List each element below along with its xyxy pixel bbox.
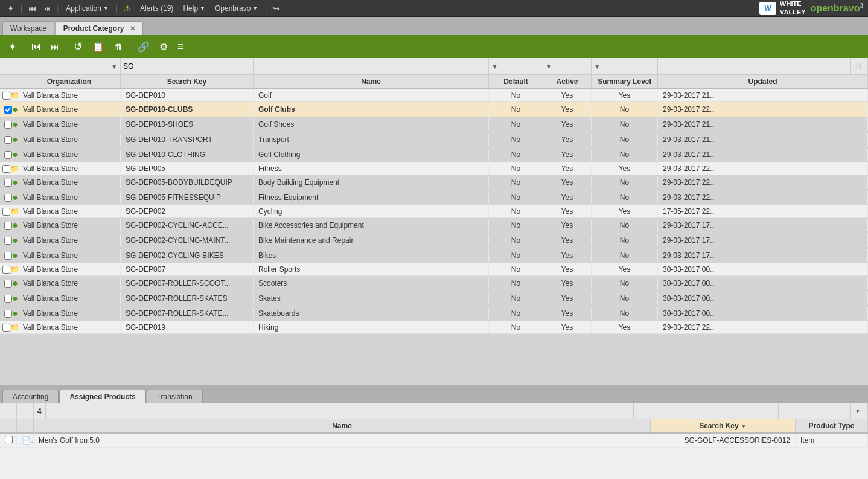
row-checkbox[interactable] <box>4 136 12 144</box>
row-checkbox[interactable] <box>4 179 12 187</box>
row-updated: 29-03-2017 22... <box>658 191 868 204</box>
row-org: Vall Blanca Store <box>18 263 121 275</box>
row-checkbox[interactable] <box>4 237 12 245</box>
star-button[interactable]: ✦ <box>5 39 20 54</box>
sort-desc-icon: ▼ <box>741 423 747 429</box>
filter-name-input[interactable] <box>256 62 486 71</box>
delete-button[interactable]: 🗑 <box>110 40 126 53</box>
expand-icon[interactable]: ▼ <box>0 208 1 215</box>
row-checkbox[interactable] <box>2 165 10 173</box>
row-checkbox[interactable] <box>4 310 12 318</box>
row-checkbox[interactable] <box>2 92 10 100</box>
settings-button[interactable]: ⚙ <box>156 39 171 54</box>
table-row[interactable]: ● Vall Blanca Store SG-DEP007-ROLLER-SCO… <box>0 276 868 291</box>
logout-icon[interactable]: ↪ <box>270 2 282 14</box>
application-menu[interactable]: Application ▼ <box>62 3 112 14</box>
sub-row-key: SG-GOLF-ACCESSORIES-0012 <box>651 434 796 446</box>
table-row[interactable]: ● Vall Blanca Store SG-DEP002-CYCLING-BI… <box>0 248 868 263</box>
filter-key-input[interactable] <box>123 62 251 71</box>
expand-icon[interactable]: ▼ <box>0 166 1 172</box>
translation-tab[interactable]: Translation <box>147 390 203 403</box>
table-row[interactable]: ▼ 📁 Vall Blanca Store SG-DEP007 Roller S… <box>0 263 868 276</box>
close-tab-icon[interactable]: ✕ <box>130 25 135 32</box>
product-category-tab[interactable]: Product Category ✕ <box>56 21 143 35</box>
gh-organization[interactable]: Organization <box>18 75 121 88</box>
row-updated: 29-03-2017 22... <box>658 103 868 115</box>
assigned-products-tab[interactable]: Assigned Products <box>59 390 145 403</box>
first-button[interactable]: ⏮ <box>28 39 45 54</box>
expand-icon[interactable]: ▼ <box>0 266 1 273</box>
gh-updated[interactable]: Updated <box>658 75 868 88</box>
row-checkbox[interactable] <box>4 121 12 129</box>
maximize-icon[interactable]: ⬜ <box>854 63 861 69</box>
alerts-menu[interactable]: Alerts (19) <box>136 3 177 14</box>
table-row[interactable]: ▼ 📁 Vall Blanca Store SG-DEP005 Fitness … <box>0 162 868 175</box>
alerts-label: Alerts (19) <box>140 4 173 13</box>
sh-product-type[interactable]: Product Type <box>796 419 868 432</box>
row-checkbox[interactable] <box>4 280 12 288</box>
row-checkbox[interactable] <box>4 151 12 159</box>
gh-name[interactable]: Name <box>254 75 489 88</box>
row-checkbox[interactable] <box>4 252 12 260</box>
gh-active[interactable]: Active <box>543 75 592 88</box>
last-button[interactable]: ⏭ <box>47 40 62 53</box>
table-row[interactable]: ● Vall Blanca Store SG-DEP002-CYCLING-AC… <box>0 218 868 233</box>
row-checkbox[interactable] <box>4 295 12 303</box>
sh-search-key[interactable]: Search Key ▼ <box>651 419 796 432</box>
expand-icon[interactable]: ▼ <box>0 324 1 331</box>
filter-org-input[interactable] <box>21 62 111 71</box>
accounting-tab[interactable]: Accounting <box>2 390 59 403</box>
folder-icon: 📁 <box>10 91 18 100</box>
filter-org-dropdown-icon[interactable]: ▼ <box>111 63 118 70</box>
row-org: Vall Blanca Store <box>18 234 121 246</box>
folder-icon: 📁 <box>10 265 18 274</box>
link-button[interactable]: 🔗 <box>134 39 153 54</box>
table-row[interactable]: ● Vall Blanca Store SG-DEP005-FITNESSEQU… <box>0 190 868 205</box>
filter-active-dropdown-icon[interactable]: ▼ <box>546 63 552 70</box>
gh-default[interactable]: Default <box>489 75 543 88</box>
last-icon[interactable]: ⏭ <box>42 4 53 13</box>
filter-summary-dropdown-icon[interactable]: ▼ <box>594 63 601 70</box>
row-checkbox[interactable] <box>2 208 10 216</box>
table-row[interactable]: ▼ 📁 Vall Blanca Store SG-DEP002 Cycling … <box>0 205 868 218</box>
table-row[interactable]: ● Vall Blanca Store SG-DEP002-CYCLING-MA… <box>0 233 868 248</box>
table-row[interactable]: ▼ 📁 Vall Blanca Store SG-DEP010 Golf No … <box>0 89 868 102</box>
workspace-tab[interactable]: Workspace <box>2 21 54 35</box>
table-row[interactable]: ● Vall Blanca Store SG-DEP007-ROLLER-SKA… <box>0 291 868 306</box>
table-row[interactable]: ● Vall Blanca Store SG-DEP007-ROLLER-SKA… <box>0 306 868 321</box>
help-menu[interactable]: Help ▼ <box>179 3 209 14</box>
sub-filter-type <box>779 403 851 419</box>
row-checkbox[interactable] <box>4 194 12 202</box>
row-checkbox[interactable] <box>4 222 12 230</box>
first-icon[interactable]: ⏮ <box>26 2 39 14</box>
menu-button[interactable]: ≡ <box>174 39 188 55</box>
sub-row-checkbox[interactable] <box>5 436 13 443</box>
row-checkbox[interactable] <box>2 266 10 274</box>
star-icon[interactable]: ✦ <box>5 2 17 14</box>
expand-icon[interactable]: ▼ <box>0 92 1 99</box>
row-updated: 30-03-2017 00... <box>658 307 868 320</box>
table-row[interactable]: ● Vall Blanca Store SG-DEP005-BODYBUILDE… <box>0 175 868 190</box>
refresh-button[interactable]: ↺ <box>70 38 86 55</box>
gh-search-key[interactable]: Search Key <box>121 75 254 88</box>
new-button[interactable]: 📋 <box>89 39 108 54</box>
filter-name-cell <box>254 58 489 74</box>
row-key: SG-DEP010 <box>121 89 254 101</box>
table-row[interactable]: ▼ 📁 Vall Blanca Store SG-DEP019 Hiking N… <box>0 321 868 334</box>
active-dot-icon: ● <box>12 308 18 319</box>
table-row[interactable]: ● Vall Blanca Store SG-DEP010-CLOTHING G… <box>0 147 868 162</box>
sh-name[interactable]: Name <box>34 419 651 432</box>
sub-dropdown-icon[interactable]: ▼ <box>855 408 861 414</box>
filter-default-dropdown-icon[interactable]: ▼ <box>491 63 498 70</box>
filter-active-cell: ▼ <box>543 58 592 74</box>
openbravo-menu[interactable]: Openbravo ▼ <box>211 3 261 14</box>
table-row[interactable]: ● Vall Blanca Store SG-DEP010-CLUBS Golf… <box>0 102 868 117</box>
table-row[interactable]: ● Vall Blanca Store SG-DEP010-SHOES Golf… <box>0 117 868 132</box>
list-item[interactable]: 📄 Men's Golf Iron 5.0 SG-GOLF-ACCESSORIE… <box>0 434 868 448</box>
row-checkbox[interactable] <box>4 106 12 114</box>
openbravo-label: Openbravo <box>215 4 251 13</box>
row-active: Yes <box>543 191 592 204</box>
row-checkbox[interactable] <box>2 324 10 332</box>
gh-summary-level[interactable]: Summary Level <box>592 75 658 88</box>
table-row[interactable]: ● Vall Blanca Store SG-DEP010-TRANSPORT … <box>0 132 868 147</box>
